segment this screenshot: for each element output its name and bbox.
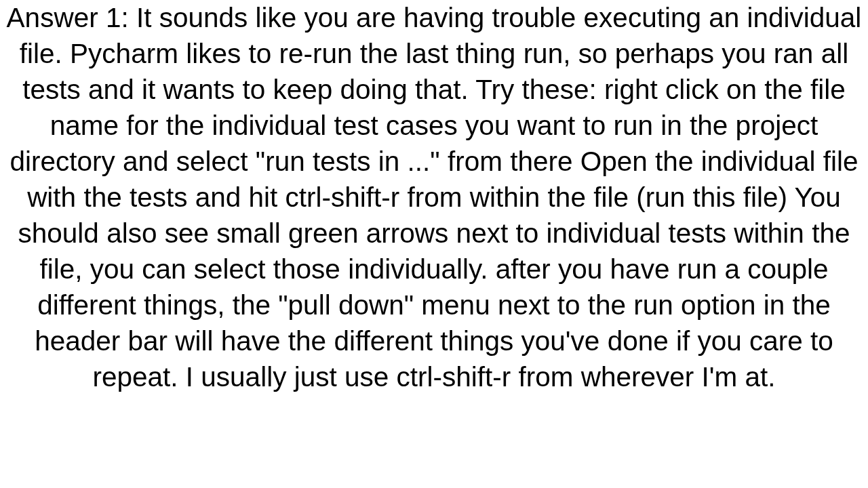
answer-block: Answer 1: It sounds like you are having … xyxy=(0,0,868,488)
answer-text: Answer 1: It sounds like you are having … xyxy=(5,0,863,396)
